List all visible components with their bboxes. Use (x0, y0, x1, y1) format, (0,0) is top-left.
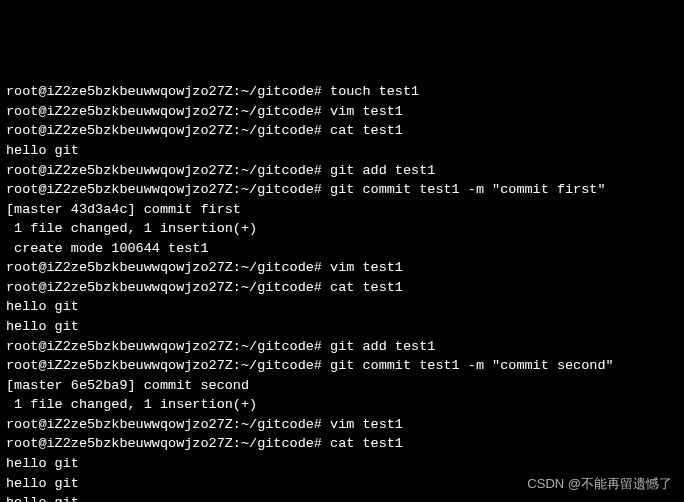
shell-prompt: root@iZ2ze5bzkbeuwwqowjzo27Z:~/gitcode# (6, 260, 330, 275)
terminal-command-line: root@iZ2ze5bzkbeuwwqowjzo27Z:~/gitcode# … (6, 121, 678, 141)
shell-command: cat test1 (330, 436, 403, 451)
terminal-output-line: hello git (6, 493, 678, 502)
shell-prompt: root@iZ2ze5bzkbeuwwqowjzo27Z:~/gitcode# (6, 182, 330, 197)
shell-prompt: root@iZ2ze5bzkbeuwwqowjzo27Z:~/gitcode# (6, 280, 330, 295)
shell-prompt: root@iZ2ze5bzkbeuwwqowjzo27Z:~/gitcode# (6, 436, 330, 451)
terminal-command-line: root@iZ2ze5bzkbeuwwqowjzo27Z:~/gitcode# … (6, 356, 678, 376)
terminal-command-line: root@iZ2ze5bzkbeuwwqowjzo27Z:~/gitcode# … (6, 180, 678, 200)
terminal-output-line: 1 file changed, 1 insertion(+) (6, 395, 678, 415)
shell-output-text: create mode 100644 test1 (6, 241, 209, 256)
shell-command: cat test1 (330, 280, 403, 295)
shell-command: vim test1 (330, 260, 403, 275)
shell-output-text: hello git (6, 299, 79, 314)
shell-prompt: root@iZ2ze5bzkbeuwwqowjzo27Z:~/gitcode# (6, 417, 330, 432)
terminal-output[interactable]: root@iZ2ze5bzkbeuwwqowjzo27Z:~/gitcode# … (6, 82, 678, 502)
shell-command: git add test1 (330, 163, 435, 178)
terminal-command-line: root@iZ2ze5bzkbeuwwqowjzo27Z:~/gitcode# … (6, 82, 678, 102)
shell-output-text: [master 6e52ba9] commit second (6, 378, 249, 393)
terminal-output-line: create mode 100644 test1 (6, 239, 678, 259)
shell-command: git commit test1 -m "commit first" (330, 182, 605, 197)
terminal-command-line: root@iZ2ze5bzkbeuwwqowjzo27Z:~/gitcode# … (6, 258, 678, 278)
shell-prompt: root@iZ2ze5bzkbeuwwqowjzo27Z:~/gitcode# (6, 163, 330, 178)
terminal-output-line: hello git (6, 297, 678, 317)
terminal-output-line: hello git (6, 141, 678, 161)
shell-output-text: 1 file changed, 1 insertion(+) (6, 397, 257, 412)
shell-command: git commit test1 -m "commit second" (330, 358, 614, 373)
shell-output-text: 1 file changed, 1 insertion(+) (6, 221, 257, 236)
shell-prompt: root@iZ2ze5bzkbeuwwqowjzo27Z:~/gitcode# (6, 84, 330, 99)
terminal-command-line: root@iZ2ze5bzkbeuwwqowjzo27Z:~/gitcode# … (6, 102, 678, 122)
shell-output-text: hello git (6, 319, 79, 334)
terminal-command-line: root@iZ2ze5bzkbeuwwqowjzo27Z:~/gitcode# … (6, 415, 678, 435)
shell-command: touch test1 (330, 84, 419, 99)
terminal-command-line: root@iZ2ze5bzkbeuwwqowjzo27Z:~/gitcode# … (6, 161, 678, 181)
terminal-command-line: root@iZ2ze5bzkbeuwwqowjzo27Z:~/gitcode# … (6, 337, 678, 357)
shell-output-text: [master 43d3a4c] commit first (6, 202, 241, 217)
terminal-command-line: root@iZ2ze5bzkbeuwwqowjzo27Z:~/gitcode# … (6, 278, 678, 298)
shell-command: vim test1 (330, 104, 403, 119)
terminal-command-line: root@iZ2ze5bzkbeuwwqowjzo27Z:~/gitcode# … (6, 434, 678, 454)
terminal-output-line: [master 6e52ba9] commit second (6, 376, 678, 396)
shell-output-text: hello git (6, 476, 79, 491)
shell-output-text: hello git (6, 456, 79, 471)
shell-prompt: root@iZ2ze5bzkbeuwwqowjzo27Z:~/gitcode# (6, 104, 330, 119)
terminal-output-line: hello git (6, 317, 678, 337)
shell-prompt: root@iZ2ze5bzkbeuwwqowjzo27Z:~/gitcode# (6, 339, 330, 354)
terminal-output-line: hello git (6, 454, 678, 474)
shell-command: git add test1 (330, 339, 435, 354)
shell-prompt: root@iZ2ze5bzkbeuwwqowjzo27Z:~/gitcode# (6, 123, 330, 138)
terminal-output-line: [master 43d3a4c] commit first (6, 200, 678, 220)
shell-output-text: hello git (6, 143, 79, 158)
csdn-watermark: CSDN @不能再留遗憾了 (527, 475, 672, 494)
shell-output-text: hello git (6, 495, 79, 502)
terminal-output-line: 1 file changed, 1 insertion(+) (6, 219, 678, 239)
shell-command: vim test1 (330, 417, 403, 432)
shell-prompt: root@iZ2ze5bzkbeuwwqowjzo27Z:~/gitcode# (6, 358, 330, 373)
shell-command: cat test1 (330, 123, 403, 138)
